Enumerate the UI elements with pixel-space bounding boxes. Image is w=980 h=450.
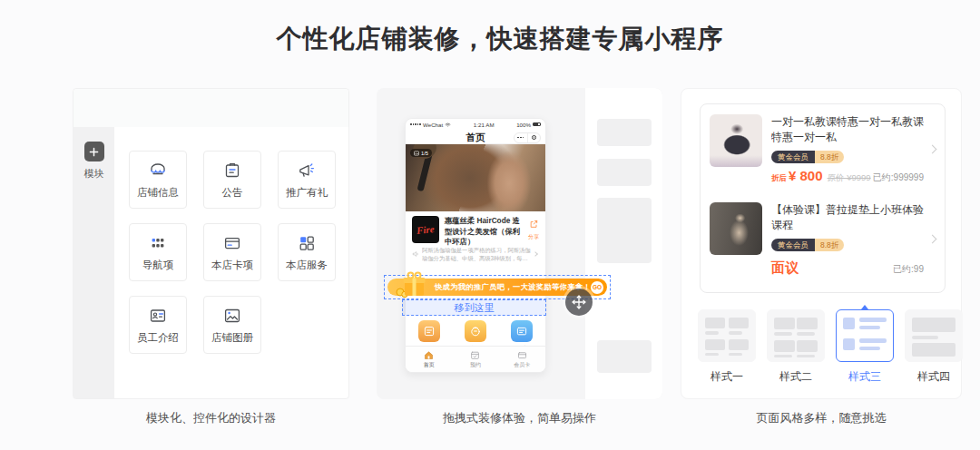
photo-count-label: 1/5: [421, 151, 428, 156]
battery-label: 100%: [516, 122, 531, 128]
course-title: 一对一私教课特惠一对一私教课特惠一对一私: [771, 114, 924, 146]
add-module-button[interactable]: [84, 142, 104, 161]
module-card-store-cards[interactable]: 本店卡项: [203, 223, 261, 281]
style-preview: [905, 309, 963, 362]
storefront-icon: [147, 160, 169, 181]
style-preview: [836, 309, 894, 362]
clipboard-icon: [221, 160, 243, 181]
clock-label: 1:21 AM: [451, 122, 516, 128]
wifi-icon: [445, 122, 451, 127]
home-icon: [424, 350, 434, 360]
megaphone-icon: [296, 160, 318, 181]
signal-icon: [410, 123, 421, 125]
chevron-right-icon: [928, 235, 937, 244]
module-label: 店铺图册: [211, 331, 253, 345]
landing-section: 个性化店铺装修，快速搭建专属小程序 模块 店铺信息: [0, 0, 980, 450]
skeleton-block: [597, 340, 652, 373]
chevron-right-icon: [533, 252, 538, 258]
carrier-label: WeChat: [423, 122, 443, 128]
skeleton-block: [597, 198, 652, 263]
module-card-store-info[interactable]: 店铺信息: [129, 151, 187, 209]
photo-icon: [414, 151, 419, 156]
share-label: 分享: [528, 233, 539, 241]
member-badge-label: 黄金会员: [771, 151, 815, 163]
chevron-right-icon: [928, 144, 937, 153]
style-preview-stack: [912, 318, 956, 357]
price-value: 面议: [771, 259, 799, 277]
go-button[interactable]: GO: [591, 281, 603, 294]
style-option-3-selected[interactable]: 样式三: [836, 309, 894, 385]
course-body: 【体验课】普拉提垫上小班体验课程 黄金会员 8.8折 面议 已约:99: [771, 202, 924, 277]
album-icon: [221, 305, 243, 327]
course-item[interactable]: 一对一私教课特惠一对一私教课特惠一对一私: [710, 285, 936, 293]
drop-target-hint[interactable]: 移到这里: [402, 299, 546, 316]
price-value: ¥ 800: [789, 168, 823, 183]
member-card-icon: [517, 350, 527, 360]
style-option-2[interactable]: 样式二: [767, 309, 825, 385]
price-row: 折后 ¥ 800 原价 ¥9999 已约:999999: [771, 168, 924, 184]
tab-member-card[interactable]: 会员卡: [499, 347, 545, 372]
styles-panel: 一对一私教课特惠一对一私教课特惠一对一私 黄金会员 8.8折 折后 ¥ 800 …: [681, 88, 962, 399]
style-preview-list: [843, 318, 887, 354]
share-button[interactable]: 分享: [528, 216, 539, 248]
style-preview: [767, 309, 825, 362]
more-dots-icon[interactable]: [514, 133, 528, 142]
module-card-staff[interactable]: 员工介绍: [129, 296, 187, 354]
nav-dots-icon: [147, 232, 169, 254]
photo-count-badge: 1/5: [410, 149, 432, 157]
style-label: 样式一: [698, 369, 756, 385]
close-circle-icon[interactable]: [528, 133, 541, 142]
skeleton-block: [597, 159, 652, 186]
member-badge-label: 黄金会员: [771, 239, 815, 251]
staff-id-icon: [147, 305, 169, 327]
style-option-4[interactable]: 样式四: [905, 309, 963, 385]
wechat-capsule[interactable]: [514, 132, 541, 143]
caption-dragdrop: 拖拽式装修体验，简单易操作: [377, 410, 662, 426]
card-icon: [221, 232, 243, 254]
course-thumbnail: [710, 202, 762, 255]
speaker-icon: [412, 250, 419, 258]
designer-sidebar: 模块: [74, 127, 114, 398]
tab-label: 会员卡: [514, 361, 530, 369]
price-prefix: 折后: [771, 173, 787, 184]
module-label: 导航项: [142, 259, 174, 272]
course-list: 一对一私教课特惠一对一私教课特惠一对一私 黄金会员 8.8折 折后 ¥ 800 …: [700, 103, 946, 293]
tab-label: 预约: [470, 361, 481, 369]
announcement-row[interactable]: 阿斯汤伽瑜伽是一项严格的练习，阿斯汤伽瑜伽分为基础、中级、高级3种级别，每种级别…: [412, 246, 539, 263]
move-handle[interactable]: [565, 289, 593, 316]
calendar-icon: [470, 350, 480, 360]
module-card-navigation[interactable]: 导航项: [129, 223, 187, 281]
caption-styles: 页面风格多样，随意挑选: [681, 410, 962, 426]
services-grid-icon: [296, 232, 318, 254]
add-module-label: 模块: [84, 167, 104, 181]
gift-icon: [396, 270, 426, 298]
module-label: 推广有礼: [286, 186, 328, 200]
mini-program-navbar: 首页: [406, 130, 545, 144]
module-card-album[interactable]: 店铺图册: [203, 296, 261, 354]
style-label: 样式二: [767, 369, 825, 385]
discount-badge-label: 8.8折: [815, 151, 844, 163]
tab-bar: 首页 预约 会员卡: [406, 346, 545, 372]
caption-designer: 模块化、控件化的设计器: [73, 410, 349, 426]
course-title: 【体验课】普拉提垫上小班体验课程: [771, 202, 924, 234]
preview-panel: WeChat 1:21 AM 100% 首页 1/5 Fi: [377, 88, 662, 399]
hero-photo: 1/5: [406, 144, 545, 211]
tab-appointment[interactable]: 预约: [452, 347, 498, 372]
module-card-announcement[interactable]: 公告: [203, 151, 261, 209]
store-name: 惠蕴丝柔 HairCode 造型设计之美发馆（保利中环店）: [445, 216, 523, 248]
course-item[interactable]: 一对一私教课特惠一对一私教课特惠一对一私 黄金会员 8.8折 折后 ¥ 800 …: [710, 104, 936, 192]
promo-text: 快成为我的推广员吧，一大波奖励等你来拿！: [435, 282, 591, 292]
page-title: 个性化店铺装修，快速搭建专属小程序: [0, 22, 980, 56]
module-card-store-services[interactable]: 本店服务: [278, 223, 336, 281]
price-row: 面议 已约:99: [771, 259, 924, 277]
style-selector: 样式一 样式二: [698, 309, 948, 385]
course-body: 一对一私教课特惠一对一私教课特惠一对一私 黄金会员 8.8折 折后 ¥ 800 …: [771, 114, 924, 184]
module-label: 员工介绍: [137, 331, 179, 345]
course-item[interactable]: 【体验课】普拉提垫上小班体验课程 黄金会员 8.8折 面议 已约:99: [710, 192, 936, 285]
style-option-1[interactable]: 样式一: [698, 309, 756, 385]
tab-home[interactable]: 首页: [406, 347, 452, 372]
course-thumbnail: [710, 114, 762, 167]
module-card-promotion[interactable]: 推广有礼: [278, 151, 336, 209]
member-badge: 黄金会员 8.8折: [771, 239, 844, 251]
module-label: 公告: [222, 186, 243, 200]
